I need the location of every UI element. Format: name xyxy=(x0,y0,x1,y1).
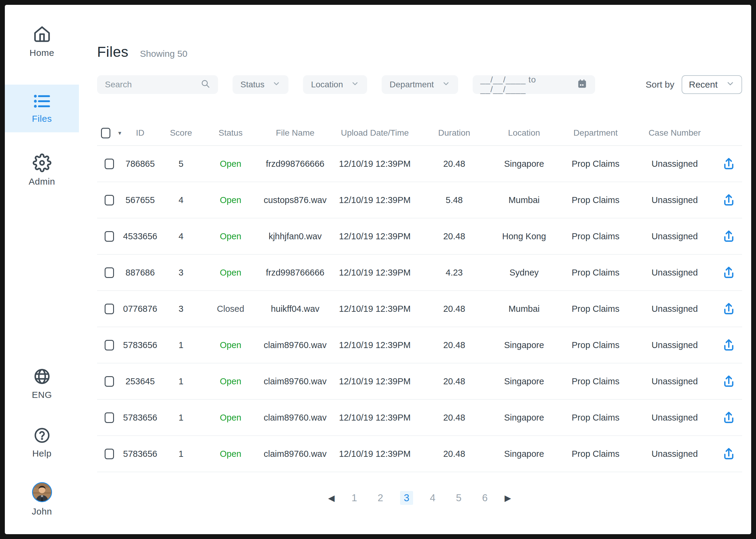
department-filter-dropdown[interactable]: Department xyxy=(382,75,458,94)
upload-button[interactable] xyxy=(715,229,742,244)
cell-duration: 5.48 xyxy=(418,195,491,205)
sidebar-item-profile[interactable]: John xyxy=(5,477,79,522)
page-number-5[interactable]: 5 xyxy=(452,491,465,505)
upload-icon xyxy=(721,301,736,317)
page-numbers: 123456 xyxy=(348,491,491,505)
cell-status: Closed xyxy=(203,304,258,314)
upload-button[interactable] xyxy=(715,193,742,208)
column-header-id: ID xyxy=(121,128,159,138)
cell-case-number: Unassigned xyxy=(634,159,715,169)
select-all-checkbox[interactable] xyxy=(101,128,110,138)
cell-case-number: Unassigned xyxy=(634,340,715,350)
cell-location: Sydney xyxy=(491,268,557,278)
upload-button[interactable] xyxy=(715,265,742,280)
row-checkbox[interactable] xyxy=(105,304,114,314)
sidebar-item-admin[interactable]: Admin xyxy=(5,148,79,192)
table-body: 786865 5 Open frzd998766666 12/10/19 12:… xyxy=(97,146,742,472)
upload-button[interactable] xyxy=(715,410,742,425)
help-icon xyxy=(33,426,51,444)
cell-duration: 20.48 xyxy=(418,231,491,241)
cell-location: Singapore xyxy=(491,449,557,459)
cell-status: Open xyxy=(203,376,258,386)
cell-upload-date: 12/10/19 12:39PM xyxy=(332,268,418,278)
cell-status: Open xyxy=(203,268,258,278)
upload-button[interactable] xyxy=(715,301,742,317)
cell-department: Prop Claims xyxy=(557,195,634,205)
cell-upload-date: 12/10/19 12:39PM xyxy=(332,449,418,459)
location-filter-label: Location xyxy=(311,80,343,89)
upload-button[interactable] xyxy=(715,338,742,353)
page-number-4[interactable]: 4 xyxy=(426,491,439,505)
cell-score: 5 xyxy=(159,159,203,169)
row-checkbox[interactable] xyxy=(105,159,114,169)
main-content: Files Showing 50 Status Location xyxy=(79,5,751,534)
cell-id: 5783656 xyxy=(121,449,159,459)
chevron-down-icon xyxy=(272,79,281,90)
select-all-caret-icon[interactable]: ▾ xyxy=(118,129,121,136)
row-checkbox[interactable] xyxy=(105,195,114,205)
next-page-button[interactable]: ▶ xyxy=(505,493,511,503)
cell-case-number: Unassigned xyxy=(634,304,715,314)
cell-duration: 20.48 xyxy=(418,340,491,350)
sidebar-item-language[interactable]: ENG xyxy=(5,362,79,406)
page-title: Files xyxy=(97,43,129,60)
cell-id: 5783656 xyxy=(121,413,159,423)
upload-icon xyxy=(721,265,736,280)
pagination: ◀ 123456 ▶ xyxy=(97,491,742,505)
row-checkbox[interactable] xyxy=(105,340,114,350)
sidebar-item-label: ENG xyxy=(32,390,52,400)
cell-score: 4 xyxy=(159,195,203,205)
sidebar-item-label: Help xyxy=(32,448,52,459)
sidebar-item-home[interactable]: Home xyxy=(5,19,79,63)
cell-location: Singapore xyxy=(491,340,557,350)
cell-location: Hong Kong xyxy=(491,231,557,241)
table-row: 0776876 3 Closed huikff04.wav 12/10/19 1… xyxy=(97,291,742,327)
upload-button[interactable] xyxy=(715,374,742,389)
upload-button[interactable] xyxy=(715,446,742,462)
page-number-3[interactable]: 3 xyxy=(400,491,413,505)
location-filter-dropdown[interactable]: Location xyxy=(303,75,367,94)
calendar-icon[interactable] xyxy=(577,79,587,91)
cell-status: Open xyxy=(203,340,258,350)
table-row: 5783656 1 Open claim89760.wav 12/10/19 1… xyxy=(97,327,742,363)
cell-file-name: claim89760.wav xyxy=(258,340,332,350)
table-header: ▾ ID Score Status File Name Upload Date/… xyxy=(97,120,742,146)
cell-file-name: frzd998766666 xyxy=(258,268,332,278)
cell-case-number: Unassigned xyxy=(634,449,715,459)
search-input[interactable] xyxy=(105,80,196,89)
cell-case-number: Unassigned xyxy=(634,376,715,386)
cell-file-name: frzd998766666 xyxy=(258,159,332,169)
cell-duration: 20.48 xyxy=(418,376,491,386)
previous-page-button[interactable]: ◀ xyxy=(328,493,335,503)
cell-location: Mumbai xyxy=(491,304,557,314)
page-number-1[interactable]: 1 xyxy=(348,491,360,505)
row-checkbox[interactable] xyxy=(105,376,114,387)
sidebar-item-files[interactable]: Files xyxy=(5,85,79,132)
cell-upload-date: 12/10/19 12:39PM xyxy=(332,159,418,169)
cell-id: 567655 xyxy=(121,195,159,205)
cell-duration: 4.23 xyxy=(418,268,491,278)
column-header-score: Score xyxy=(159,128,203,138)
sort-select-value: Recent xyxy=(689,79,717,90)
page-number-2[interactable]: 2 xyxy=(374,491,387,505)
table-row: 786865 5 Open frzd998766666 12/10/19 12:… xyxy=(97,146,742,182)
row-checkbox[interactable] xyxy=(105,268,114,278)
sort-select[interactable]: Recent xyxy=(682,75,742,94)
date-range-field[interactable]: __/__/____ to __/__/____ xyxy=(473,75,595,94)
cell-id: 786865 xyxy=(121,159,159,169)
row-checkbox[interactable] xyxy=(105,449,114,459)
globe-icon xyxy=(33,367,51,386)
row-checkbox[interactable] xyxy=(105,413,114,423)
column-header-department: Department xyxy=(557,128,634,138)
upload-icon xyxy=(721,446,736,462)
status-filter-dropdown[interactable]: Status xyxy=(233,75,289,94)
filter-bar: Status Location Department __/__/____ to… xyxy=(97,75,742,94)
upload-icon xyxy=(721,193,736,208)
page-number-6[interactable]: 6 xyxy=(478,491,491,505)
sidebar-item-help[interactable]: Help xyxy=(5,421,79,464)
search-icon[interactable] xyxy=(201,79,210,91)
sidebar: Home Files xyxy=(5,5,79,534)
row-checkbox[interactable] xyxy=(105,231,114,242)
upload-button[interactable] xyxy=(715,156,742,172)
chevron-down-icon xyxy=(442,79,450,90)
